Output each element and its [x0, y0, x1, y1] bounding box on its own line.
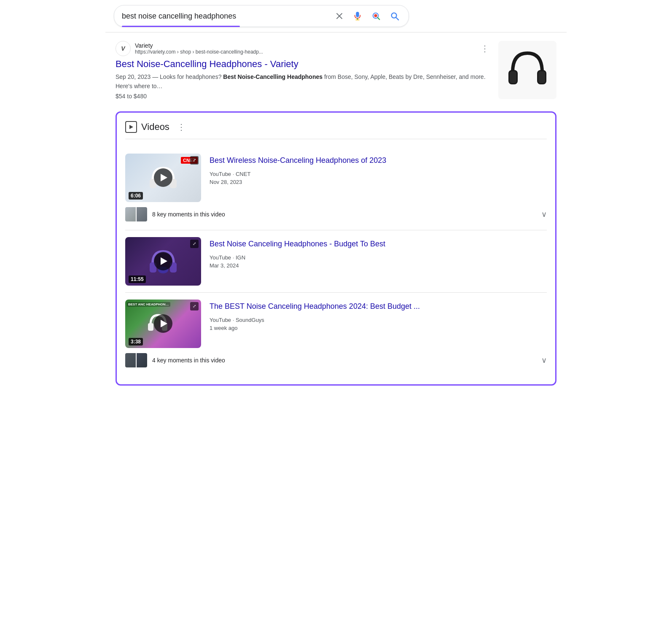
video-main-row-2: ⤢ 11:55 Best Noise Canceling Headphones …: [125, 237, 547, 286]
variety-source-info: Variety https://variety.com › shop › bes…: [135, 42, 474, 55]
expand-icon-2: ⤢: [190, 240, 199, 248]
svg-rect-12: [538, 71, 545, 83]
variety-snippet-bold: Best Noise-Cancelling Headphones: [223, 73, 323, 80]
play-button-1[interactable]: [154, 168, 172, 187]
videos-header: Videos ⋮: [125, 121, 547, 139]
variety-title-link[interactable]: Best Noise-Cancelling Headphones - Varie…: [116, 59, 492, 70]
video-thumb-3[interactable]: BEST ANC HEADPHON… ⤢ 3:38: [125, 300, 201, 348]
lens-icon: [371, 11, 381, 21]
search-bar[interactable]: best noise cancelling headphones: [114, 5, 409, 27]
svg-rect-11: [510, 71, 516, 83]
best-anc-overlay: BEST ANC HEADPHON…: [127, 302, 170, 307]
search-bar-container: best noise cancelling headphones: [105, 0, 567, 32]
video-duration-3: 3:38: [129, 338, 143, 345]
video-item-2: ⤢ 11:55 Best Noise Canceling Headphones …: [125, 230, 547, 293]
video-duration-1: 6:06: [129, 192, 143, 200]
video-duration-2: 11:55: [129, 275, 146, 283]
expand-icon-1: ⤢: [190, 156, 199, 165]
videos-section-title: Videos: [141, 121, 169, 132]
search-bar-icons: [333, 10, 401, 22]
search-submit-button[interactable]: [388, 10, 401, 22]
svg-rect-19: [148, 323, 153, 331]
variety-url: https://variety.com › shop › best-noise-…: [135, 49, 474, 55]
key-moments-label-1: 8 key moments in this video: [152, 211, 536, 218]
videos-three-dot-button[interactable]: ⋮: [175, 121, 188, 133]
video-date-1: Nov 28, 2023: [210, 179, 547, 185]
search-results: V Variety https://variety.com › shop › b…: [105, 32, 567, 394]
video-play-icon: [125, 121, 137, 133]
play-button-3[interactable]: [154, 314, 172, 333]
mic-icon: [353, 11, 362, 21]
video-item-3: BEST ANC HEADPHON… ⤢ 3:38 The BEST Noise…: [125, 293, 547, 376]
headphones-image: [504, 47, 551, 93]
video-info-3: The BEST Noise Canceling Headphones 2024…: [210, 300, 547, 331]
video-title-link-3[interactable]: The BEST Noise Canceling Headphones 2024…: [210, 301, 547, 312]
variety-date: Sep 20, 2023 —: [116, 73, 160, 80]
variety-content: V Variety https://variety.com › shop › b…: [116, 41, 492, 100]
variety-source: V Variety https://variety.com › shop › b…: [116, 41, 492, 56]
video-source-1: YouTube · CNET: [210, 171, 547, 177]
video-thumb-1[interactable]: CNET ⤢ 6:06: [125, 154, 201, 202]
voice-search-button[interactable]: [351, 10, 364, 22]
play-icon: [128, 124, 134, 130]
video-source-3: YouTube · SoundGuys: [210, 317, 547, 323]
variety-logo-letter: V: [121, 45, 125, 52]
video-info-2: Best Noise Canceling Headphones - Budget…: [210, 237, 547, 269]
variety-snippet: Sep 20, 2023 — Looks for headphones? Bes…: [116, 72, 492, 91]
variety-snippet-prefix: Looks for headphones?: [160, 73, 223, 80]
video-source-2: YouTube · IGN: [210, 254, 547, 261]
variety-result: V Variety https://variety.com › shop › b…: [116, 41, 556, 100]
video-date-2: Mar 3, 2024: [210, 262, 547, 269]
clear-button[interactable]: [333, 10, 345, 22]
search-input[interactable]: best noise cancelling headphones: [122, 12, 333, 21]
key-moments-thumb-3: [125, 353, 147, 367]
variety-site-name: Variety: [135, 42, 474, 49]
svg-line-6: [378, 18, 380, 20]
video-info-1: Best Wireless Noise-Canceling Headphones…: [210, 154, 547, 185]
video-item-1: CNET ⤢ 6:06 Best Wireless Noise-Cancelin…: [125, 147, 547, 230]
key-moments-label-3: 4 key moments in this video: [152, 357, 536, 364]
video-main-row-1: CNET ⤢ 6:06 Best Wireless Noise-Cancelin…: [125, 154, 547, 202]
video-title-link-1[interactable]: Best Wireless Noise-Canceling Headphones…: [210, 155, 547, 166]
svg-marker-13: [129, 125, 133, 129]
video-date-3: 1 week ago: [210, 325, 547, 331]
expand-icon-3: ⤢: [190, 302, 199, 310]
video-title-link-2[interactable]: Best Noise Canceling Headphones - Budget…: [210, 239, 547, 249]
play-triangle-1: [161, 174, 167, 181]
variety-image: [498, 41, 556, 99]
key-moments-thumb-1: [125, 207, 147, 221]
svg-line-8: [396, 17, 398, 20]
chevron-down-icon-1: ∨: [541, 210, 547, 219]
video-main-row-3: BEST ANC HEADPHON… ⤢ 3:38 The BEST Noise…: [125, 300, 547, 348]
lens-search-button[interactable]: [370, 10, 382, 22]
variety-three-dot-button[interactable]: ⋮: [478, 43, 492, 54]
play-triangle-2: [161, 257, 167, 265]
variety-logo: V: [116, 41, 131, 56]
svg-point-5: [374, 14, 377, 17]
close-icon: [335, 12, 344, 20]
videos-section: Videos ⋮ CNET ⤢: [116, 111, 556, 386]
key-moments-row-1[interactable]: 8 key moments in this video ∨: [125, 202, 547, 223]
play-button-2[interactable]: [154, 252, 172, 270]
key-moments-row-3[interactable]: 4 key moments in this video ∨: [125, 348, 547, 369]
video-thumb-2[interactable]: ⤢ 11:55: [125, 237, 201, 286]
search-icon: [390, 11, 399, 21]
variety-price: $54 to $480: [116, 93, 492, 100]
play-triangle-3: [161, 320, 167, 327]
chevron-down-icon-3: ∨: [541, 356, 547, 365]
